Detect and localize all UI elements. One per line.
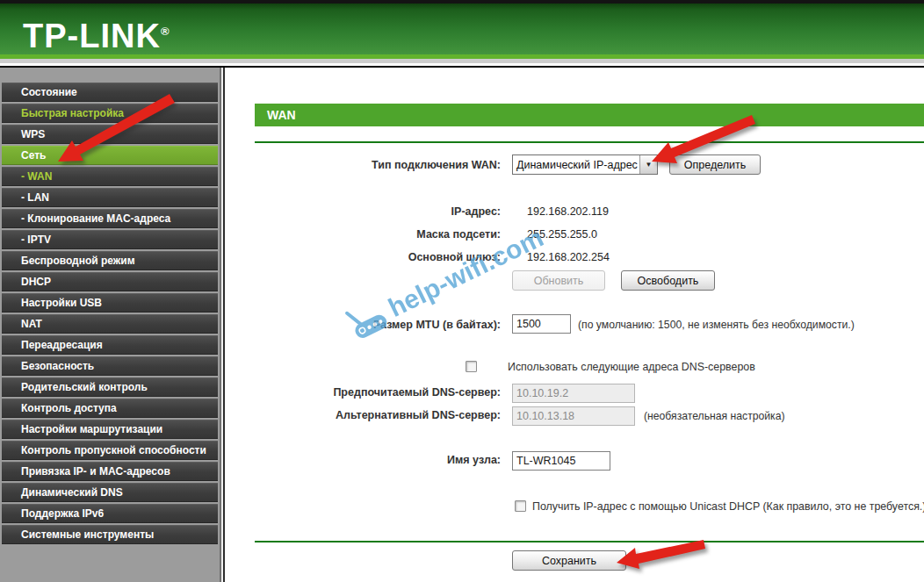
sidebar-item-system-tools[interactable]: Системные инструменты (2, 525, 218, 544)
sidebar: СостояниеБыстрая настройкаWPSСеть- WAN- … (0, 68, 220, 582)
sidebar-item-ip-mac-binding[interactable]: Привязка IP- и MAC-адресов (2, 462, 218, 481)
dns1-input (512, 384, 635, 403)
sidebar-item-access-control[interactable]: Контроль доступа (2, 399, 218, 418)
header: TP-LINK® (0, 4, 924, 54)
sidebar-item-quick-setup[interactable]: Быстрая настройка (2, 104, 218, 123)
sidebar-item-forwarding[interactable]: Переадресация (2, 335, 218, 355)
mtu-label: Размер MTU (в байтах): (373, 319, 501, 331)
wan-type-select[interactable]: Динамический IP-адрес ▼ (512, 154, 658, 175)
hostname-input[interactable] (512, 451, 610, 471)
gateway-label: Основной шлюз: (408, 251, 501, 263)
chevron-down-icon[interactable]: ▼ (639, 155, 657, 174)
release-button[interactable]: Освободить (621, 270, 715, 291)
save-button[interactable]: Сохранить (512, 550, 626, 571)
router-admin-page: TP-LINK® СостояниеБыстрая настройкаWPSСе… (0, 0, 924, 582)
hostname-label: Имя узла: (447, 454, 501, 466)
sidebar-item-wireless[interactable]: Беспроводной режим (2, 251, 218, 270)
unicast-label: Получить IP-адрес с помощью Unicast DHCP… (532, 500, 924, 513)
bottom-separator (255, 541, 924, 542)
dns1-label: Предпочитаемый DNS-сервер: (333, 386, 501, 399)
tplink-logo: TP-LINK® (23, 12, 170, 55)
unicast-checkbox[interactable] (515, 500, 526, 512)
mtu-input[interactable] (512, 314, 571, 334)
sidebar-item-usb-settings[interactable]: Настройки USB (2, 293, 218, 313)
mask-value: 255.255.255.0 (527, 228, 597, 241)
wan-type-value: Динамический IP-адрес (513, 159, 639, 171)
use-dns-checkbox[interactable] (466, 361, 477, 372)
sidebar-item-parental-control[interactable]: Родительский контроль (2, 377, 218, 397)
detect-button[interactable]: Определить (669, 154, 761, 175)
dns2-label: Альтернативный DNS-сервер: (336, 409, 501, 421)
sidebar-item-bandwidth-control[interactable]: Контроль пропускной способности (2, 441, 218, 460)
gateway-value: 192.168.202.254 (527, 251, 610, 263)
dns2-input (512, 406, 635, 426)
sidebar-item-wan[interactable]: - WAN (2, 167, 218, 186)
ip-value: 192.168.202.119 (527, 205, 609, 218)
ip-label: IP-адрес: (451, 205, 501, 218)
sidebar-item-lan[interactable]: - LAN (2, 188, 218, 207)
mask-label: Маска подсети: (416, 228, 501, 241)
sidebar-item-ipv6[interactable]: Поддержка IPv6 (2, 504, 218, 523)
sidebar-item-ddns[interactable]: Динамический DNS (2, 483, 218, 502)
sidebar-item-status[interactable]: Состояние (2, 83, 218, 102)
sidebar-item-routing[interactable]: Настройки маршрутизации (2, 420, 218, 439)
use-dns-label: Использовать следующие адреса DNS-сервер… (508, 361, 755, 373)
router-icon (342, 293, 393, 342)
sidebar-item-mac-clone[interactable]: - Клонирование MAC-адреса (2, 209, 218, 228)
sidebar-item-dhcp[interactable]: DHCP (2, 272, 218, 291)
sidebar-item-security[interactable]: Безопасность (2, 356, 218, 376)
arrow-to-save-button (617, 540, 705, 569)
sidebar-menu: СостояниеБыстрая настройкаWPSСеть- WAN- … (0, 68, 220, 544)
dns2-note: (необязательная настройка) (644, 410, 785, 422)
sidebar-border-dark (223, 68, 225, 582)
wan-type-label: Тип подключения WAN: (372, 159, 501, 171)
sidebar-item-network[interactable]: Сеть (2, 146, 218, 165)
sidebar-item-iptv[interactable]: - IPTV (2, 230, 218, 249)
sidebar-item-nat[interactable]: NAT (2, 314, 218, 334)
top-separator (255, 141, 924, 143)
registered-mark: ® (161, 25, 170, 38)
mtu-note: (по умолчанию: 1500, не изменять без нео… (578, 319, 855, 331)
page-title-bar: WAN (255, 104, 924, 126)
sidebar-item-wps[interactable]: WPS (2, 125, 218, 144)
renew-button: Обновить (512, 270, 605, 291)
page-title: WAN (267, 108, 296, 122)
brand-name: TP-LINK (23, 18, 161, 54)
